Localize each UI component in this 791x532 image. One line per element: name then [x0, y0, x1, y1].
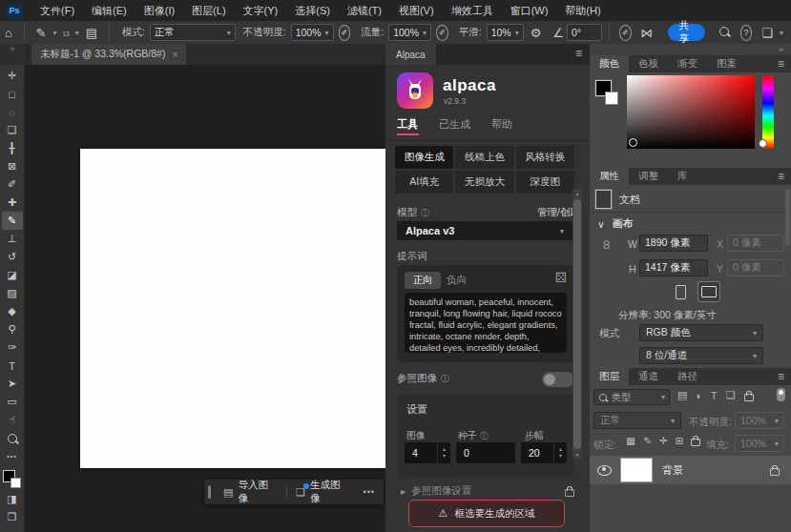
quick-mask-icon[interactable]: ◨: [2, 490, 23, 508]
info-icon[interactable]: ⓘ: [421, 207, 429, 219]
chevron-down-icon[interactable]: ▾: [52, 29, 56, 37]
scrollbar-thumb[interactable]: [573, 199, 581, 449]
lock-artboard-icon[interactable]: ⊞: [676, 435, 684, 446]
tab-generated[interactable]: 已生成: [439, 117, 470, 132]
tab-channels[interactable]: 通道: [629, 368, 668, 385]
filter-toggle-icon[interactable]: [777, 388, 785, 401]
brush-tool[interactable]: ✎: [2, 212, 23, 230]
document-tab[interactable]: 未标题-1 @ 33.3%(RGB/8#) ×: [31, 44, 186, 65]
clone-stamp-tool[interactable]: ⊥: [2, 230, 23, 248]
link-dimensions-icon[interactable]: 8: [603, 237, 610, 252]
image-generate-button[interactable]: 图像生成: [395, 146, 453, 169]
stepper-arrows[interactable]: ▴▾: [553, 442, 567, 463]
ai-fill-button[interactable]: AI填充: [395, 171, 453, 194]
menu-image[interactable]: 图像(I): [135, 0, 183, 21]
scroll-down-icon[interactable]: ▾: [575, 450, 578, 460]
model-select[interactable]: Alpaca v3 ▾: [397, 221, 572, 240]
opacity-input[interactable]: 100% ▾: [735, 412, 784, 429]
collapse-toolbar-icon[interactable]: »: [0, 44, 25, 65]
lasso-tool[interactable]: ◌: [2, 103, 23, 121]
lock-pixels-icon[interactable]: ✎: [643, 435, 652, 446]
style-transfer-button[interactable]: 风格转换: [516, 146, 574, 169]
opacity-select[interactable]: 100% ▾: [291, 24, 334, 41]
shape-tool[interactable]: ▭: [2, 393, 23, 411]
info-icon[interactable]: ⓘ: [480, 431, 489, 440]
type-filter-icon[interactable]: T: [711, 390, 718, 401]
eyedropper-tool[interactable]: ✐: [2, 175, 23, 194]
prompt-textarea[interactable]: beautiful woman, peaceful, innocent, tra…: [405, 293, 567, 353]
pen-tool[interactable]: ✑: [2, 338, 23, 357]
lock-position-icon[interactable]: ✛: [659, 435, 668, 446]
share-button[interactable]: 共享: [668, 24, 705, 41]
panel-menu-icon[interactable]: ≡: [778, 170, 784, 183]
menu-layer[interactable]: 图层(L): [183, 0, 234, 21]
lock-all-icon[interactable]: [691, 439, 700, 446]
menu-plugins[interactable]: 增效工具: [443, 0, 502, 21]
positive-prompt-tab[interactable]: 正向: [405, 272, 441, 289]
workspace-icon[interactable]: ❏: [757, 26, 778, 40]
angle-input[interactable]: 0°: [567, 24, 602, 41]
menu-select[interactable]: 选择(S): [286, 0, 339, 21]
gear-icon[interactable]: ⚙: [526, 26, 547, 40]
crop-tool[interactable]: ╂: [2, 139, 23, 157]
menu-filter[interactable]: 滤镜(T): [339, 0, 390, 21]
path-select-tool[interactable]: ➤: [2, 375, 23, 393]
seed-input[interactable]: 0: [456, 442, 515, 463]
landscape-orientation-button[interactable]: [698, 282, 719, 301]
shape-filter-icon[interactable]: ❏: [726, 389, 736, 401]
tab-color[interactable]: 颜色: [590, 55, 629, 72]
height-input[interactable]: 1417 像素: [639, 259, 708, 276]
symmetry-icon[interactable]: ⋈: [636, 26, 658, 40]
move-tool[interactable]: ✛: [2, 67, 23, 85]
generate-image-button[interactable]: ❏ 生成图像: [289, 480, 357, 504]
canvas-section-header[interactable]: ∨ 画布: [597, 217, 633, 231]
menu-file[interactable]: 文件(F): [31, 0, 83, 21]
panel-menu-icon[interactable]: ≡: [575, 47, 582, 60]
panel-menu-icon[interactable]: ≡: [778, 57, 784, 71]
portrait-orientation-button[interactable]: [670, 282, 691, 301]
menu-view[interactable]: 视图(V): [390, 0, 443, 21]
help-icon[interactable]: ?: [740, 25, 753, 41]
pressure-opacity-icon[interactable]: ✐: [339, 25, 351, 41]
zoom-tool[interactable]: [2, 429, 23, 447]
eraser-tool[interactable]: ◪: [2, 266, 23, 284]
tab-layers[interactable]: 图层: [590, 368, 629, 385]
tab-swatches[interactable]: 色板: [629, 55, 668, 72]
type-tool[interactable]: T: [2, 357, 23, 375]
tab-help[interactable]: 帮助: [491, 117, 512, 132]
dock-collapse-strip[interactable]: »: [590, 44, 791, 55]
layer-filter-select[interactable]: 类型 ▾: [593, 389, 670, 405]
alpaca-panel-tab[interactable]: Alpaca: [385, 44, 436, 65]
layer-row-background[interactable]: 背景: [590, 456, 791, 484]
lock-transparency-icon[interactable]: ▦: [626, 435, 635, 446]
gradient-tool[interactable]: ▨: [2, 284, 23, 302]
stepper-arrows[interactable]: ▴▾: [437, 442, 450, 463]
scrollbar[interactable]: ▴ ▾: [572, 189, 582, 460]
foreground-background-swatches[interactable]: [3, 470, 21, 488]
reference-image-toggle[interactable]: [542, 372, 574, 387]
menu-window[interactable]: 窗口(W): [502, 0, 557, 21]
smart-object-filter-icon[interactable]: [744, 394, 754, 401]
color-cursor[interactable]: [629, 138, 637, 147]
y-input[interactable]: 0 像素: [727, 259, 784, 276]
dodge-tool[interactable]: ⚲: [2, 320, 23, 338]
airbrush-icon[interactable]: ✐: [436, 25, 448, 41]
hand-tool[interactable]: ☝: [2, 411, 23, 429]
tab-adjustments[interactable]: 调整: [629, 168, 668, 185]
menu-edit[interactable]: 编辑(E): [83, 0, 135, 21]
import-image-button[interactable]: ▤ 导入图像: [217, 480, 284, 504]
reference-settings-section[interactable]: ▸ 参照图像设置: [401, 484, 574, 498]
brush-tool-icon[interactable]: ✎: [31, 26, 52, 40]
menu-help[interactable]: 帮助(H): [556, 0, 609, 21]
pixel-filter-icon[interactable]: ▤: [677, 389, 687, 401]
tab-properties[interactable]: 属性: [590, 168, 629, 185]
saturation-brightness-field[interactable]: [627, 75, 755, 149]
search-icon[interactable]: [713, 27, 736, 38]
background-color-swatch[interactable]: [10, 478, 21, 488]
healing-brush-tool[interactable]: ✚: [2, 194, 23, 212]
scroll-up-icon[interactable]: ▴: [575, 189, 578, 198]
canvas-area[interactable]: [25, 65, 385, 532]
menu-type[interactable]: 文字(Y): [235, 0, 287, 21]
sketch-coloring-button[interactable]: 线稿上色: [455, 146, 513, 169]
document-canvas[interactable]: [80, 149, 385, 468]
